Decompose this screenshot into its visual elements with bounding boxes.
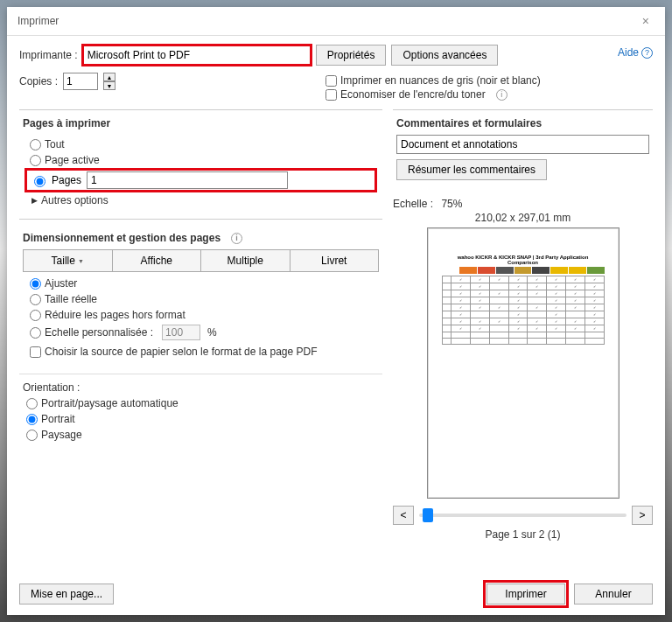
help-icon: ? xyxy=(641,47,653,59)
preview-header-icons xyxy=(442,267,605,274)
info-icon: i xyxy=(231,233,242,244)
prev-page-button[interactable]: < xyxy=(393,506,414,525)
grayscale-label: Imprimer en nuances de gris (noir et bla… xyxy=(340,74,541,87)
copies-up-button[interactable]: ▲ xyxy=(103,73,116,81)
chevron-down-icon: ▼ xyxy=(78,258,84,264)
radio-shrink-input[interactable] xyxy=(30,310,41,321)
divider xyxy=(19,374,382,374)
printer-select[interactable]: Microsoft Print to PDF xyxy=(83,45,311,65)
radio-landscape[interactable]: Paysage xyxy=(26,429,375,441)
copies-label: Copies : xyxy=(19,75,58,87)
info-icon: i xyxy=(496,89,508,101)
preview-doc-title: wahoo KICKR & KICKR SNAP | 3rd Party App… xyxy=(442,255,605,265)
next-page-button[interactable]: > xyxy=(632,506,653,525)
printer-label: Imprimante : xyxy=(19,49,78,61)
radio-shrink[interactable]: Réduire les pages hors format xyxy=(30,309,372,321)
radio-portrait[interactable]: Portrait xyxy=(26,413,375,425)
radio-auto-orient[interactable]: Portrait/paysage automatique xyxy=(26,397,375,409)
page-counter: Page 1 sur 2 (1) xyxy=(485,528,560,541)
other-options-toggle[interactable]: ▶ Autres options xyxy=(32,194,370,206)
preview-nav: < > xyxy=(393,506,653,525)
radio-fit-input[interactable] xyxy=(30,278,41,290)
custom-scale-input[interactable] xyxy=(162,325,200,340)
radio-active-input[interactable] xyxy=(30,155,41,166)
page-slider[interactable] xyxy=(419,514,626,517)
comments-select[interactable]: Document et annotations xyxy=(396,135,649,154)
orientation-title: Orientation : xyxy=(23,381,379,394)
preview-page: wahoo KICKR & KICKR SNAP | 3rd Party App… xyxy=(427,227,620,499)
comments-title: Commentaires et formulaires xyxy=(396,117,547,129)
radio-auto-input[interactable] xyxy=(26,398,38,409)
print-dialog: Imprimer × Imprimante : Microsoft Print … xyxy=(7,7,665,615)
radio-active[interactable]: Page active xyxy=(30,154,372,166)
left-column: Pages à imprimer Tout Page active Pages xyxy=(19,109,382,564)
tab-poster[interactable]: Affiche xyxy=(113,249,202,272)
tab-size[interactable]: Taille▼ xyxy=(23,249,113,272)
pages-row: Pages xyxy=(26,170,375,191)
footer: Mise en page... Imprimer Annuler xyxy=(7,573,665,615)
copies-down-button[interactable]: ▼ xyxy=(103,81,116,90)
summarize-comments-button[interactable]: Résumer les commentaires xyxy=(396,159,547,180)
dimensions-label: 210,02 x 297,01 mm xyxy=(393,212,653,224)
advanced-options-button[interactable]: Options avancées xyxy=(391,45,498,66)
radio-actual[interactable]: Taille réelle xyxy=(30,293,372,305)
comments-fieldset: Commentaires et formulaires Document et … xyxy=(393,109,653,184)
ink-label: Economiser de l'encre/du toner xyxy=(340,88,486,101)
help-label: Aide xyxy=(618,46,639,59)
window-title: Imprimer xyxy=(18,15,59,27)
copies-spinner: ▲ ▼ xyxy=(103,73,116,90)
echelle-value: 75% xyxy=(441,198,462,210)
grayscale-checkbox[interactable] xyxy=(326,75,337,87)
tab-multiple[interactable]: Multiple xyxy=(201,249,290,272)
paper-source-checkbox[interactable] xyxy=(30,346,41,358)
content: Imprimante : Microsoft Print to PDF Prop… xyxy=(7,36,665,573)
close-icon[interactable]: × xyxy=(637,14,654,28)
grayscale-check-row[interactable]: Imprimer en nuances de gris (noir et bla… xyxy=(326,74,653,87)
copies-input[interactable] xyxy=(63,73,98,90)
printer-row: Imprimante : Microsoft Print to PDF Prop… xyxy=(19,45,653,66)
ink-check-row[interactable]: Economiser de l'encre/du toner i xyxy=(326,88,653,101)
titlebar: Imprimer × xyxy=(7,7,665,36)
radio-actual-input[interactable] xyxy=(30,294,41,305)
echelle-row: Echelle : 75% xyxy=(393,198,653,210)
print-button-highlight: Imprimer xyxy=(485,582,567,606)
radio-custom[interactable]: Echelle personnalisée : % xyxy=(30,325,372,340)
right-column: Commentaires et formulaires Document et … xyxy=(393,109,653,564)
tab-booklet[interactable]: Livret xyxy=(290,249,380,272)
print-button[interactable]: Imprimer xyxy=(486,584,565,605)
print-options-col: Imprimer en nuances de gris (noir et bla… xyxy=(326,73,653,102)
radio-fit[interactable]: Ajuster xyxy=(30,277,372,290)
chevron-right-icon: ▶ xyxy=(32,196,38,205)
preview-table: ✓✓✓✓✓✓✓✓ ✓✓✓✓✓✓✓ ✓✓✓✓✓✓✓✓ ✓✓✓✓✓✓ ✓✓✓✓✓✓✓… xyxy=(442,276,605,345)
orientation-section: Orientation : Portrait/paysage automatiq… xyxy=(19,381,382,441)
radio-all[interactable]: Tout xyxy=(30,138,372,150)
main-columns: Pages à imprimer Tout Page active Pages xyxy=(19,109,653,564)
help-link[interactable]: Aide ? xyxy=(618,46,653,59)
page-setup-button[interactable]: Mise en page... xyxy=(19,584,114,605)
radio-pages-input[interactable] xyxy=(34,176,46,187)
properties-button[interactable]: Propriétés xyxy=(316,45,387,66)
cancel-button[interactable]: Annuler xyxy=(574,584,653,605)
radio-portrait-input[interactable] xyxy=(26,414,38,425)
slider-thumb[interactable] xyxy=(423,508,433,522)
pages-title: Pages à imprimer xyxy=(23,117,116,129)
paper-source-check[interactable]: Choisir la source de papier selon le for… xyxy=(30,346,372,358)
pages-fieldset: Pages à imprimer Tout Page active Pages xyxy=(19,109,382,213)
radio-landscape-input[interactable] xyxy=(26,430,38,441)
ink-checkbox[interactable] xyxy=(326,89,337,101)
radio-all-input[interactable] xyxy=(30,139,41,150)
preview-wrap: wahoo KICKR & KICKR SNAP | 3rd Party App… xyxy=(393,227,653,564)
size-fieldset: Dimensionnement et gestion des pages i T… xyxy=(19,219,382,367)
radio-custom-input[interactable] xyxy=(30,327,41,339)
radio-pages-label: Pages xyxy=(52,174,81,186)
size-title: Dimensionnement et gestion des pages i xyxy=(23,232,379,244)
pages-input[interactable] xyxy=(87,171,288,189)
size-tabs: Taille▼ Affiche Multiple Livret xyxy=(23,249,379,272)
